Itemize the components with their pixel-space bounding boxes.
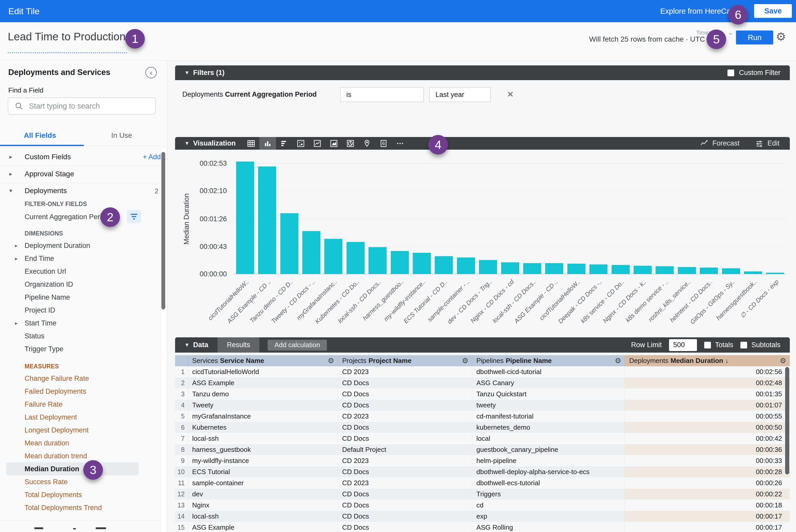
chart-bar[interactable] <box>457 258 475 274</box>
sidebar-item-dimension[interactable]: ▸End Time <box>0 252 160 265</box>
service-name-cell[interactable]: Nginx <box>188 500 338 511</box>
sidebar-item-measure[interactable]: Failure Rate <box>0 398 160 411</box>
pipeline-name-cell[interactable]: Triggers <box>472 489 625 500</box>
sidebar-group-approval-stage[interactable]: Approval Stage <box>24 170 74 178</box>
project-name-cell[interactable]: CD 2023 <box>338 366 472 377</box>
median-duration-cell[interactable]: 00:02:56 <box>625 366 790 377</box>
filter-value-select[interactable]: Last year <box>429 87 491 102</box>
chart-bar[interactable] <box>700 268 718 274</box>
chevron-down-icon[interactable]: ⌄ <box>728 28 734 36</box>
sidebar-item-dimension[interactable]: ▸Start Time <box>0 317 160 329</box>
service-name-cell[interactable]: my-wildfly-instance <box>188 455 338 466</box>
sidebar-item-measure[interactable]: Total Deployments <box>0 488 160 501</box>
sidebar-item-dimension[interactable]: Status <box>0 329 160 343</box>
chart-bar[interactable] <box>435 256 453 274</box>
visualization-section-bar[interactable]: ▼ Visualization 6 Forecast Edit <box>175 137 790 150</box>
chart-bar[interactable] <box>479 260 497 274</box>
add-custom-field-button[interactable]: + Add <box>143 153 161 161</box>
pipeline-name-cell[interactable]: kubernetes_demo <box>472 422 625 433</box>
chart-bar[interactable] <box>568 264 586 274</box>
project-name-cell[interactable]: CD Docs <box>338 522 472 532</box>
expand-arrow-icon[interactable]: ▸ <box>9 171 12 177</box>
column-gear-icon[interactable]: ⚙ <box>780 357 786 365</box>
column-gear-icon[interactable]: ⚙ <box>462 357 468 365</box>
sidebar-item-measure[interactable]: Success Rate <box>0 475 160 488</box>
row-limit-input[interactable] <box>669 339 697 351</box>
median-duration-cell[interactable]: 00:00:36 <box>625 444 790 455</box>
pipeline-name-cell[interactable]: dbothwell-ecs-tutorial <box>472 477 625 489</box>
pipeline-name-cell[interactable]: exp <box>472 511 625 522</box>
service-name-cell[interactable]: cicdTutorialHelloWorld <box>188 366 338 377</box>
chart-bar[interactable] <box>413 253 431 274</box>
sidebar-item-measure[interactable]: Median Duration <box>6 462 138 475</box>
service-name-cell[interactable]: local-ssh <box>188 511 338 522</box>
pipeline-name-cell[interactable]: ASG Canary <box>472 377 625 388</box>
column-chart-icon[interactable] <box>259 137 276 150</box>
chart-bar[interactable] <box>501 262 519 274</box>
table-icon[interactable] <box>243 137 259 150</box>
chart-bar[interactable] <box>280 213 298 274</box>
sidebar-item-measure[interactable]: Failed Deployments <box>0 385 160 398</box>
chart-bar[interactable] <box>236 162 254 274</box>
sidebar-item-measure[interactable]: Longest Deployment <box>0 424 160 437</box>
sidebar-item-dimension[interactable]: Pipeline Name <box>0 291 160 304</box>
line-chart-icon[interactable] <box>309 137 326 150</box>
project-name-cell[interactable]: CD Docs <box>338 511 472 522</box>
project-name-cell[interactable]: CD Docs <box>338 500 472 511</box>
median-duration-cell[interactable]: 00:02:48 <box>625 377 790 388</box>
project-name-cell[interactable]: CD 2023 <box>338 411 472 422</box>
sidebar-item-dimension[interactable]: Project ID <box>0 304 160 317</box>
area-chart-icon[interactable] <box>326 137 342 150</box>
pipeline-name-cell[interactable]: dbothwell-deploy-alpha-service-to-ecs <box>472 466 625 477</box>
sidebar-item-measure[interactable]: Last Deployment <box>0 411 160 424</box>
table-scrollbar-thumb[interactable] <box>785 367 789 474</box>
add-calculation-button[interactable]: Add calculation <box>268 340 327 350</box>
median-duration-cell[interactable]: 00:01:07 <box>625 400 790 411</box>
chart-bar[interactable] <box>766 273 784 274</box>
service-name-cell[interactable]: Kubernetes <box>188 422 338 433</box>
more-icon[interactable] <box>392 137 408 150</box>
scatter-plot-icon[interactable] <box>293 137 309 150</box>
column-gear-icon[interactable]: ⚙ <box>615 357 621 365</box>
sidebar-item-dimension[interactable]: Execution Url <box>0 265 160 278</box>
median-duration-cell[interactable]: 00:00:22 <box>625 489 790 500</box>
totals-checkbox[interactable] <box>704 342 711 348</box>
chart-bar[interactable] <box>347 242 365 274</box>
project-name-cell[interactable]: CD Docs <box>338 466 472 477</box>
project-name-cell[interactable]: CD Docs <box>338 400 472 411</box>
sidebar-scrollbar-thumb[interactable] <box>161 152 165 309</box>
median-duration-cell[interactable]: 00:00:55 <box>625 411 790 422</box>
chart-bar[interactable] <box>523 263 541 274</box>
median-duration-cell[interactable]: 00:01:35 <box>625 388 790 400</box>
median-duration-cell[interactable]: 00:00:17 <box>625 511 790 522</box>
save-button[interactable]: Save <box>754 4 792 18</box>
table-column-header[interactable]: ProjectsProject Name⚙ <box>338 355 472 366</box>
column-gear-icon[interactable]: ⚙ <box>328 357 334 365</box>
service-name-cell[interactable]: ECS Tutorial <box>188 466 338 477</box>
chart-bar[interactable] <box>258 167 276 274</box>
table-column-header[interactable]: DeploymentsMedian Duration ↓⚙ <box>625 355 790 366</box>
filters-section-bar[interactable]: ▼ Filters (1) Custom Filter <box>175 65 790 80</box>
sidebar-item-dimension[interactable]: Organization ID <box>0 278 160 291</box>
project-name-cell[interactable]: CD Docs <box>338 422 472 433</box>
service-name-cell[interactable]: dev <box>188 489 338 500</box>
pie-chart-icon[interactable] <box>342 137 359 150</box>
service-name-cell[interactable]: sample-container <box>188 477 338 489</box>
pipeline-name-cell[interactable]: local <box>472 433 625 444</box>
collapse-arrow-icon[interactable]: ▾ <box>9 187 12 194</box>
chart-bar[interactable] <box>634 266 652 274</box>
service-name-cell[interactable]: harness_guestbook <box>188 444 338 455</box>
sidebar-item-measure[interactable]: Mean duration <box>0 437 160 450</box>
table-column-header[interactable]: ServicesService Name⚙ <box>188 355 338 366</box>
custom-filter-checkbox[interactable] <box>727 70 734 76</box>
explore-from-here-link[interactable]: Explore from Here <box>660 7 721 16</box>
chart-bar[interactable] <box>391 251 409 274</box>
collapse-caret-icon[interactable]: ▼ <box>184 70 189 76</box>
remove-filter-icon[interactable]: ✕ <box>507 90 514 99</box>
pipeline-name-cell[interactable]: guestbook_canary_pipeline <box>472 444 625 455</box>
median-duration-cell[interactable]: 00:00:17 <box>625 522 790 532</box>
chart-bar[interactable] <box>324 239 343 274</box>
pipeline-name-cell[interactable]: cd <box>472 500 625 511</box>
service-name-cell[interactable]: myGrafanaInstance <box>188 411 338 422</box>
pipeline-name-cell[interactable]: ASG Rolling <box>472 522 625 532</box>
